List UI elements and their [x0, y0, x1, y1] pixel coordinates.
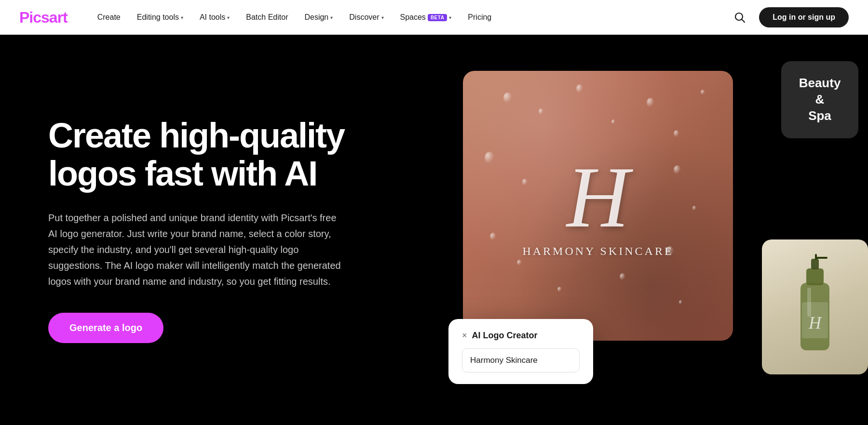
generate-logo-button[interactable]: Generate a logo [48, 313, 163, 343]
nav-item-discover-label: Discover [349, 13, 379, 22]
chevron-down-icon: ▾ [381, 15, 384, 20]
nav-item-create[interactable]: Create [91, 9, 127, 26]
logo[interactable]: Picsart [19, 9, 68, 27]
nav-item-pricing[interactable]: Pricing [461, 9, 498, 26]
popup-close-button[interactable]: × [462, 331, 467, 341]
nav-item-pricing-label: Pricing [468, 13, 491, 22]
search-button[interactable] [730, 8, 749, 27]
popup-header: × AI Logo Creator [462, 331, 580, 341]
svg-rect-4 [811, 259, 819, 269]
nav-item-ai-tools-label: AI tools [200, 13, 225, 22]
search-icon [734, 12, 745, 23]
beauty-spa-card: Beauty&Spa [781, 61, 858, 138]
nav-item-batch-editor-label: Batch Editor [246, 13, 288, 22]
nav-item-create-label: Create [97, 13, 121, 22]
bottle-card: H [762, 239, 868, 374]
svg-rect-6 [816, 257, 827, 259]
beauty-spa-label: Beauty&Spa [799, 75, 841, 124]
svg-line-1 [742, 19, 745, 22]
bottle-image: H [762, 239, 868, 374]
nav-item-ai-tools[interactable]: AI tools ▾ [193, 9, 236, 26]
nav-item-editing-tools-label: Editing tools [137, 13, 179, 22]
hero-left: Create high-quality logos fast with AI P… [48, 117, 386, 343]
ai-logo-creator-popup: × AI Logo Creator [448, 319, 593, 384]
nav-item-editing-tools[interactable]: Editing tools ▾ [130, 9, 190, 26]
nav-item-design-label: Design [304, 13, 328, 22]
navbar: Picsart Create Editing tools ▾ AI tools … [0, 0, 868, 35]
svg-rect-9 [807, 288, 811, 317]
hero-title: Create high-quality logos fast with AI [48, 117, 386, 193]
nav-item-discover[interactable]: Discover ▾ [342, 9, 390, 26]
ai-logo-input[interactable] [462, 348, 580, 372]
nav-right: Log in or sign up [730, 7, 849, 27]
chevron-down-icon: ▾ [181, 15, 183, 20]
main-logo-card: H Harmony Skincare [463, 71, 733, 341]
chevron-down-icon: ▾ [449, 15, 451, 20]
bottle-svg: H [786, 254, 844, 360]
hero-right: H Harmony Skincare Beauty&Spa [434, 47, 868, 413]
chevron-down-icon: ▾ [330, 15, 333, 20]
brand-name-text: Harmony Skincare [522, 245, 673, 258]
hero-description: Put together a polished and unique brand… [48, 210, 347, 290]
nav-links: Create Editing tools ▾ AI tools ▾ Batch … [91, 9, 731, 26]
popup-title: AI Logo Creator [472, 331, 538, 341]
login-button[interactable]: Log in or sign up [759, 7, 849, 27]
svg-rect-3 [806, 268, 824, 285]
nav-item-batch-editor[interactable]: Batch Editor [239, 9, 295, 26]
spaces-beta-badge: BETA [428, 14, 447, 21]
hero-section: Create high-quality logos fast with AI P… [0, 35, 868, 425]
nav-item-spaces-label: Spaces [400, 13, 426, 22]
nav-item-design[interactable]: Design ▾ [298, 9, 339, 26]
logo-text: Picsart [19, 9, 68, 26]
nav-item-spaces[interactable]: Spaces BETA ▾ [393, 9, 459, 26]
svg-rect-5 [815, 254, 817, 260]
logo-letter: H [567, 154, 629, 241]
chevron-down-icon: ▾ [227, 15, 230, 20]
